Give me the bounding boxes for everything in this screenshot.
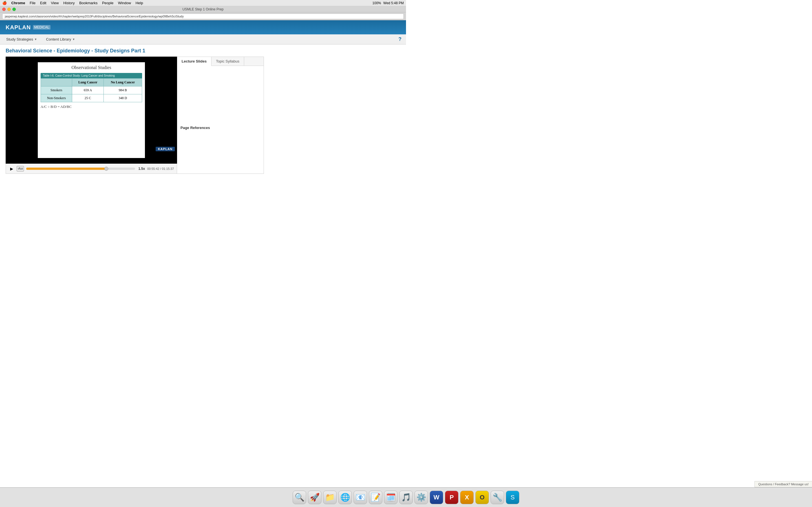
row2-v2: 348 D <box>104 94 142 102</box>
col-label-header <box>41 78 72 87</box>
progress-fill <box>26 168 107 170</box>
content-area: Observational Studies Table I-6. Case-Co… <box>6 57 400 174</box>
row1-label: Smokers <box>41 87 72 94</box>
menubar-right: 100% Wed 5:48 PM <box>372 1 404 5</box>
window-controls[interactable] <box>2 8 16 11</box>
url-input[interactable] <box>2 13 404 19</box>
row1-v1: 659 A <box>72 87 103 94</box>
tab-lecture-slides[interactable]: Lecture Slides <box>177 57 211 66</box>
speed-badge[interactable]: 1.5x <box>139 167 145 171</box>
kaplan-logo-text: KAPLAN <box>6 24 31 31</box>
menu-file[interactable]: File <box>30 1 36 5</box>
table-row: Non-Smokers 25 C 348 D <box>41 94 142 102</box>
replay-button[interactable]: ↺10 <box>17 166 24 172</box>
kaplan-watermark: KAPLAN <box>156 147 175 151</box>
row2-label: Non-Smokers <box>41 94 72 102</box>
sidebar: Lecture Slides Topic Syllabus Page Refer… <box>177 57 264 174</box>
row2-v1: 25 C <box>72 94 103 102</box>
page-references-label: Page References <box>181 126 260 130</box>
main-content: Behavioral Science - Epidemiology - Stud… <box>0 45 406 177</box>
chrome-titlebar: USMLE Step 1 Online Prep <box>0 6 406 12</box>
menu-edit[interactable]: Edit <box>40 1 46 5</box>
slide-formula: A/C ÷ B/D = AD/BC <box>41 105 142 109</box>
slide-table-container: Table I-6. Case-Control Study: Lung Canc… <box>41 73 142 109</box>
sidebar-tabs: Lecture Slides Topic Syllabus <box>177 57 264 66</box>
current-time: 00:55:42 <box>147 167 159 170</box>
battery-indicator: 100% <box>372 1 381 5</box>
progress-thumb <box>104 167 108 171</box>
replay-icon: ↺ <box>18 167 20 170</box>
col-no-lung-cancer-header: No Lung Cancer <box>104 78 142 87</box>
content-library-arrow: ▼ <box>72 38 75 41</box>
menu-people[interactable]: People <box>102 1 113 5</box>
play-button[interactable]: ▶ <box>9 166 14 172</box>
kaplan-logo-medical: MEDICAL <box>33 25 50 30</box>
progress-bar[interactable] <box>26 168 135 170</box>
window-title: USMLE Step 1 Online Prep <box>183 7 223 11</box>
mac-menubar: 🍎 Chrome File Edit View History Bookmark… <box>0 0 406 6</box>
nav-content-library[interactable]: Content Library ▼ <box>42 36 79 43</box>
minimize-button[interactable] <box>7 8 11 11</box>
slide-table: Lung Cancer No Lung Cancer Smokers 659 A… <box>41 78 142 102</box>
maximize-button[interactable] <box>12 8 16 11</box>
menu-help[interactable]: Help <box>136 1 143 5</box>
menu-chrome[interactable]: Chrome <box>11 1 25 5</box>
table-row: Smokers 659 A 984 B <box>41 87 142 94</box>
study-strategies-arrow: ▼ <box>34 38 37 41</box>
col-lung-cancer-header: Lung Cancer <box>72 78 103 87</box>
video-slide: Observational Studies Table I-6. Case-Co… <box>38 62 145 158</box>
menu-window[interactable]: Window <box>118 1 131 5</box>
kaplan-header: KAPLAN MEDICAL <box>0 20 406 34</box>
time-display: 00:55:42 / 01:15:37 <box>147 167 174 170</box>
row1-v2: 984 B <box>104 87 142 94</box>
video-frame: Observational Studies Table I-6. Case-Co… <box>6 57 177 164</box>
nav-bar: Study Strategies ▼ Content Library ▼ ? <box>0 34 406 45</box>
slide-title: Observational Studies <box>71 65 111 70</box>
sidebar-content: Page References <box>177 66 264 162</box>
menu-view[interactable]: View <box>51 1 59 5</box>
video-controls: ▶ ↺10 1.5x 00:55:42 / 01:15:37 <box>6 164 177 174</box>
apple-menu[interactable]: 🍎 <box>2 1 7 5</box>
total-time: 01:15:37 <box>162 167 174 170</box>
menu-history[interactable]: History <box>63 1 74 5</box>
nav-study-strategies[interactable]: Study Strategies ▼ <box>2 36 41 43</box>
slide-table-header: Table I-6. Case-Control Study: Lung Canc… <box>41 73 142 78</box>
study-strategies-label: Study Strategies <box>6 37 33 41</box>
kaplan-logo: KAPLAN MEDICAL <box>6 24 50 31</box>
black-bar-left <box>6 57 29 164</box>
address-bar <box>0 12 406 20</box>
page-title: Behavioral Science - Epidemiology - Stud… <box>6 48 400 54</box>
tab-topic-syllabus[interactable]: Topic Syllabus <box>211 57 244 66</box>
content-library-label: Content Library <box>46 37 71 41</box>
video-container: Observational Studies Table I-6. Case-Co… <box>6 57 177 174</box>
menu-bookmarks[interactable]: Bookmarks <box>79 1 98 5</box>
close-button[interactable] <box>2 8 6 11</box>
help-button[interactable]: ? <box>398 36 402 42</box>
clock: Wed 5:48 PM <box>384 1 404 5</box>
